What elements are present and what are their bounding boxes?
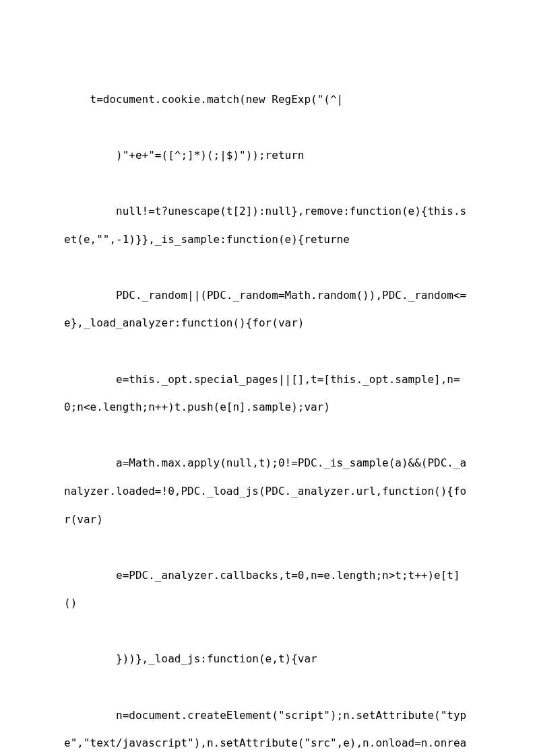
code-line: a=Math.max.apply(null,t);0!=PDC._is_samp… [64, 456, 466, 525]
code-line: t=document.cookie.match(new RegExp("(^| [90, 93, 344, 106]
document-page: t=document.cookie.match(new RegExp("(^| … [0, 0, 535, 756]
code-line: e=PDC._analyzer.callbacks,t=0,n=e.length… [64, 569, 460, 610]
code-line: null!=t?unescape(t[2]):null},remove:func… [64, 205, 466, 246]
code-line: e=this._opt.special_pages||[],t=[this._o… [64, 373, 460, 414]
code-line: }))},_load_js:function(e,t){var [90, 652, 317, 665]
code-line: PDC._random||(PDC._random=Math.random())… [64, 289, 466, 330]
code-line: n=document.createElement("script");n.set… [64, 709, 466, 756]
code-block: t=document.cookie.match(new RegExp("(^| … [64, 57, 471, 756]
code-line: )"+e+"=([^;]*)(;|$)"));return [90, 149, 305, 162]
